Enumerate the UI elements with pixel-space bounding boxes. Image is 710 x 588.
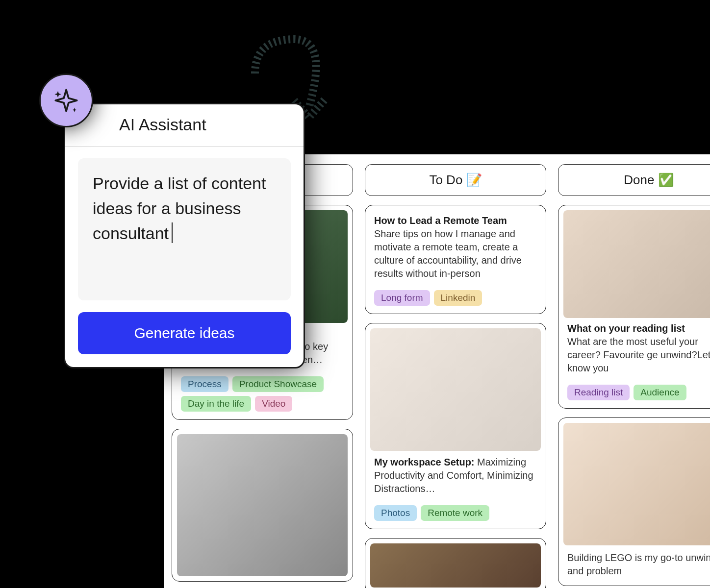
tag-remote-work[interactable]: Remote work	[421, 505, 489, 521]
tag-audience[interactable]: Audience	[634, 385, 686, 400]
card-title: What on your reading list	[567, 323, 710, 334]
card-image	[370, 543, 541, 588]
tag-product-showcase[interactable]: Product Showcase	[232, 376, 324, 392]
tag-day-in-life[interactable]: Day in the life	[181, 396, 251, 412]
card-tags: Photos Remote work	[370, 505, 541, 524]
tag-video[interactable]: Video	[255, 396, 292, 412]
card-remote-team[interactable]: How to Lead a Remote Team Share tips on …	[365, 205, 546, 314]
tag-process[interactable]: Process	[181, 376, 228, 392]
card-image	[563, 423, 710, 545]
card-tags: Long form Linkedin	[370, 290, 541, 309]
card-window[interactable]	[365, 538, 546, 588]
tag-photos[interactable]: Photos	[374, 505, 417, 521]
ai-panel-title: AI Assistant	[65, 104, 304, 147]
text-cursor	[172, 222, 173, 243]
card-text: Share tips on how I manage and motivate …	[374, 227, 537, 280]
column-header-todo[interactable]: To Do 📝	[365, 164, 546, 196]
ai-sparkle-badge[interactable]	[39, 74, 93, 127]
card-workspace[interactable]: My workspace Setup: Maximizing Productiv…	[365, 323, 546, 529]
column-todo: To Do 📝 How to Lead a Remote Team Share …	[365, 154, 546, 588]
column-header-done[interactable]: Done ✅	[558, 164, 710, 196]
card-image	[370, 328, 541, 451]
card-desk-items[interactable]	[172, 429, 353, 582]
card-tags: Reading list Audience	[563, 385, 710, 403]
card-title: How to Lead a Remote Team	[374, 215, 537, 226]
tag-linkedin[interactable]: Linkedin	[434, 290, 482, 306]
ai-prompt-input[interactable]: Provide a list of content ideas for a bu…	[78, 158, 291, 300]
card-text: What are the most useful your career? Fa…	[567, 335, 710, 375]
tag-reading-list[interactable]: Reading list	[567, 385, 630, 400]
card-title: My workspace Setup:	[374, 457, 477, 467]
ai-assistant-panel: AI Assistant Provide a list of content i…	[64, 103, 305, 368]
tag-long-form[interactable]: Long form	[374, 290, 430, 306]
sparkle-icon	[52, 86, 80, 115]
card-lego[interactable]: Building LEGO is my go-to unwinding and …	[558, 417, 710, 586]
generate-ideas-button[interactable]: Generate ideas	[78, 312, 291, 354]
card-image	[563, 210, 710, 318]
column-done: Done ✅ What on your reading list What ar…	[558, 154, 710, 588]
card-text: Building LEGO is my go-to unwinding and …	[567, 551, 710, 578]
card-image	[177, 434, 348, 576]
card-reading-list[interactable]: What on your reading list What are the m…	[558, 205, 710, 409]
card-tags: Process Product Showcase Day in the life…	[177, 376, 348, 415]
